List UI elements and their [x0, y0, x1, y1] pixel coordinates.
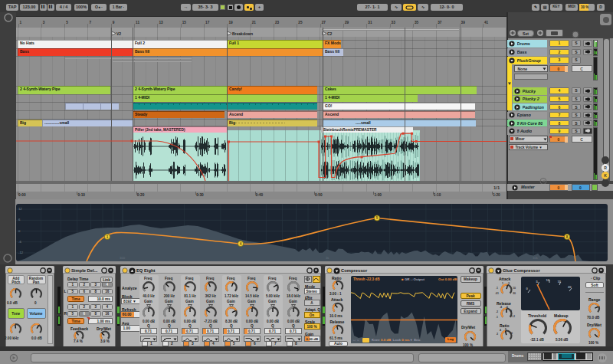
svg-text:15: 15 [558, 280, 562, 284]
svg-text:20: 20 [568, 285, 572, 289]
svg-text:10: 10 [546, 278, 550, 282]
